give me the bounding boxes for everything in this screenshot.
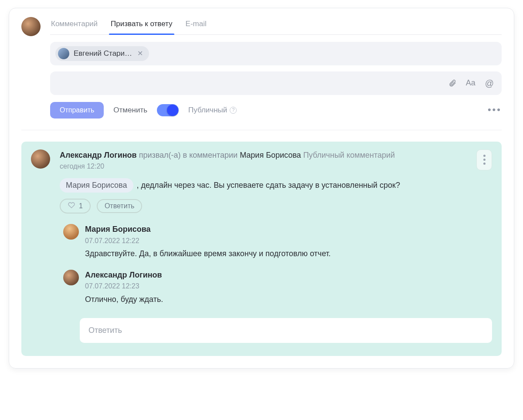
reply-avatar bbox=[63, 270, 79, 285]
reply-item: Александр Логинов 07.07.2022 12:23 Отлич… bbox=[63, 270, 492, 305]
like-button[interactable]: 1 bbox=[60, 199, 91, 213]
recipient-name: Евгений Стари… bbox=[74, 48, 132, 59]
reply-input[interactable]: Ответить bbox=[80, 318, 492, 343]
composer-actions: Отправить Отменить Публичный ? ••• bbox=[50, 102, 502, 119]
tab-comment[interactable]: Комментарий bbox=[50, 17, 98, 34]
reply-time: 07.07.2022 12:22 bbox=[85, 236, 492, 246]
composer: Комментарий Призвать к ответу E-mail Евг… bbox=[21, 17, 502, 119]
tab-email[interactable]: E-mail bbox=[185, 17, 207, 34]
comment-visibility: Публичный комментарий bbox=[303, 151, 395, 159]
reply-item: Мария Борисова 07.07.2022 12:22 Здравств… bbox=[63, 224, 492, 259]
visibility-toggle[interactable] bbox=[157, 104, 179, 116]
composer-more-icon[interactable]: ••• bbox=[488, 103, 502, 117]
comment-target: Мария Борисова bbox=[240, 151, 301, 159]
composer-body: Комментарий Призвать к ответу E-mail Евг… bbox=[50, 17, 502, 119]
like-count: 1 bbox=[79, 202, 83, 210]
comment-author-avatar bbox=[31, 149, 50, 169]
submit-button[interactable]: Отправить bbox=[50, 102, 104, 119]
visibility-text: Публичный bbox=[188, 105, 227, 115]
comment-panel: Комментарий Призвать к ответу E-mail Евг… bbox=[9, 8, 514, 369]
comment-time: сегодня 12:20 bbox=[60, 162, 492, 171]
format-text-icon[interactable]: Aa bbox=[466, 78, 475, 88]
tab-call-to-answer[interactable]: Призвать к ответу bbox=[110, 17, 173, 34]
remove-recipient-icon[interactable]: ✕ bbox=[136, 49, 144, 58]
heart-icon bbox=[68, 202, 75, 210]
reply-time: 07.07.2022 12:23 bbox=[85, 281, 492, 291]
comment-more-button[interactable] bbox=[476, 149, 492, 170]
reply-text: Отлично, буду ждать. bbox=[85, 294, 492, 305]
reply-text: Здравствуйте. Да, в ближайшее время зако… bbox=[85, 248, 492, 259]
composer-tabs: Комментарий Призвать к ответу E-mail bbox=[50, 17, 502, 35]
recipient-avatar bbox=[58, 48, 69, 59]
divider bbox=[21, 130, 502, 130]
reply-button[interactable]: Ответить bbox=[97, 199, 142, 213]
comment-block: Александр Логинов призвал(-а) в коммента… bbox=[21, 142, 502, 356]
comment-header: Александр Логинов призвал(-а) в коммента… bbox=[60, 149, 492, 161]
comment-author: Александр Логинов bbox=[60, 151, 137, 159]
help-icon[interactable]: ? bbox=[230, 107, 237, 114]
mention-icon[interactable]: @ bbox=[485, 77, 494, 89]
recipient-field[interactable]: Евгений Стари… ✕ bbox=[50, 42, 502, 65]
reply-author: Мария Борисова bbox=[85, 224, 492, 235]
mention-pill[interactable]: Мария Борисова bbox=[60, 178, 133, 193]
visibility-label: Публичный ? bbox=[188, 105, 237, 115]
cancel-button[interactable]: Отменить bbox=[113, 106, 147, 115]
comment-text-body: , дедлайн через час. Вы успеваете сдать … bbox=[137, 181, 400, 190]
attach-icon[interactable] bbox=[448, 79, 456, 88]
comment-actions: 1 Ответить bbox=[60, 199, 492, 213]
message-input[interactable]: Aa @ bbox=[50, 71, 502, 95]
recipient-chip: Евгений Стари… ✕ bbox=[55, 46, 149, 61]
comment-text: Мария Борисова, дедлайн через час. Вы ус… bbox=[60, 178, 492, 193]
reply-author: Александр Логинов bbox=[85, 270, 492, 281]
comment-body: Александр Логинов призвал(-а) в коммента… bbox=[60, 149, 492, 343]
current-user-avatar bbox=[21, 17, 41, 36]
comment-verb: призвал(-а) в комментарии bbox=[139, 151, 238, 159]
reply-avatar bbox=[63, 224, 79, 240]
